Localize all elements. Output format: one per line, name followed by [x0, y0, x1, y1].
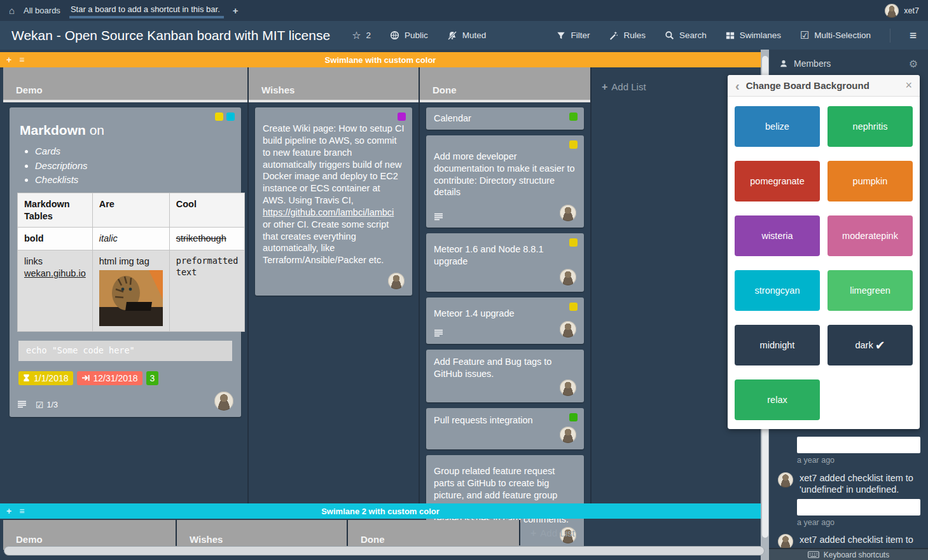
list-wishes-header[interactable]: Wishes: [249, 67, 419, 102]
card-create-wiki[interactable]: Create Wiki page: How to setup CI build …: [255, 107, 412, 296]
swatch-moderatepink[interactable]: moderatepink: [828, 215, 913, 256]
list-demo-header[interactable]: Demo: [3, 67, 247, 102]
label-chip-yellow[interactable]: [215, 113, 223, 121]
comment-input[interactable]: [797, 437, 920, 453]
label-chip-yellow[interactable]: [569, 140, 578, 149]
selected-check-icon: ✔: [875, 338, 885, 353]
card-markdown[interactable]: Markdown on Cards Descriptions Checklist…: [10, 107, 241, 417]
list-done-header[interactable]: Done: [420, 67, 590, 102]
swatch-wisteria[interactable]: wisteria: [735, 215, 820, 256]
card-footer: [434, 269, 576, 285]
swatch-belize[interactable]: belize: [735, 106, 820, 147]
start-date-badge[interactable]: 1/1/2018: [18, 371, 73, 385]
rules-button[interactable]: Rules: [609, 31, 646, 40]
card-pull-requests[interactable]: Pull requests integration: [426, 408, 584, 449]
label-chip-yellow[interactable]: [569, 303, 578, 311]
search-button[interactable]: Search: [665, 31, 707, 40]
keyboard-shortcuts-bar[interactable]: Keyboard shortcuts: [769, 548, 928, 560]
img-label: html img tag: [99, 256, 149, 266]
card-footer: [263, 273, 405, 289]
user-menu[interactable]: xet7: [885, 4, 919, 18]
list-done-2-header[interactable]: Done: [348, 520, 519, 550]
due-date-badge[interactable]: 12/31/2018: [77, 371, 142, 385]
member-avatar[interactable]: [560, 321, 576, 338]
home-icon[interactable]: ⌂: [9, 5, 15, 16]
visibility-label: Public: [405, 31, 428, 40]
label-chip-cyan[interactable]: [226, 113, 235, 121]
filter-button[interactable]: Filter: [557, 31, 590, 40]
swimlanes-grid-icon: [726, 31, 735, 40]
swimlane-2-title[interactable]: Swimlane 2 with custom color: [0, 507, 761, 516]
star-board-button[interactable]: ☆ 2: [352, 29, 371, 41]
visibility-button[interactable]: Public: [390, 31, 428, 40]
user-avatar[interactable]: [885, 4, 899, 18]
member-avatar[interactable]: [560, 205, 576, 221]
markdown-table: Markdown Tables Are Cool bold italic str…: [17, 193, 245, 332]
card-label-chips: [215, 113, 235, 121]
swatch-relax[interactable]: relax: [735, 379, 820, 420]
label-chip-green[interactable]: [569, 413, 578, 421]
list-wishes-body: Create Wiki page: How to setup CI build …: [249, 102, 419, 306]
swatch-midnight[interactable]: midnight: [735, 325, 820, 365]
swatch-dark[interactable]: dark✔: [828, 325, 913, 365]
card-meteor-16[interactable]: Meteor 1.6 and Node 8.8.1 upgrade: [426, 233, 584, 292]
member-avatar[interactable]: [388, 273, 405, 289]
label-chip-yellow[interactable]: [569, 238, 578, 247]
add-list-button-2[interactable]: +Add List: [520, 520, 761, 539]
list-done: Done Calendar Add more developer documen…: [420, 67, 592, 503]
swatch-limegreen[interactable]: limegreen: [828, 270, 913, 311]
checkbox-icon: ☑: [800, 29, 809, 41]
wekan-link[interactable]: wekan.gihub.io: [24, 268, 86, 278]
card-badges: 1/1/2018 12/31/2018 3: [18, 371, 232, 385]
back-chevron-icon[interactable]: ‹: [735, 79, 740, 92]
swatch-label: dark: [855, 340, 873, 350]
card-github-tags[interactable]: Add Feature and Bug tags to GitHub issue…: [426, 350, 584, 403]
list-wishes-2-header[interactable]: Wishes: [177, 520, 347, 550]
swimlane-1-title[interactable]: Swimlane with custom color: [0, 55, 761, 65]
label-chip-green[interactable]: [569, 113, 578, 121]
cat-photo: [99, 270, 163, 326]
swatch-strongcyan[interactable]: strongcyan: [735, 270, 820, 311]
label-chip-purple[interactable]: [398, 113, 406, 121]
card-developer-docs[interactable]: Add more developer documentation to make…: [426, 135, 584, 228]
member-avatar[interactable]: [560, 379, 576, 396]
lambci-link[interactable]: https://github.com/lambci/lambci: [263, 207, 394, 217]
swimlane-1-bar: + ≡ Swimlane with custom color: [0, 52, 761, 67]
swatch-label: relax: [767, 395, 787, 405]
board-menu-icon[interactable]: ≡: [910, 29, 917, 43]
swimlanes-button[interactable]: Swimlanes: [726, 31, 781, 40]
member-avatar[interactable]: [214, 392, 233, 411]
swatch-pomegranate[interactable]: pomegranate: [735, 161, 820, 201]
hourglass-icon: [23, 374, 30, 382]
count-badge: 3: [146, 371, 159, 385]
muted-button[interactable]: Muted: [447, 31, 487, 41]
activity-avatar[interactable]: [778, 534, 793, 549]
text-before-link: Create Wiki page: How to setup CI build …: [263, 123, 404, 205]
close-icon[interactable]: ×: [905, 79, 912, 92]
all-boards-link[interactable]: All boards: [24, 6, 60, 15]
swatch-nephritis[interactable]: nephritis: [828, 106, 913, 147]
activity-avatar[interactable]: [778, 472, 793, 488]
add-board-icon[interactable]: +: [233, 5, 239, 16]
color-swatches: belize nephritis pomegranate pumpkin wis…: [728, 97, 920, 430]
card-meteor-14[interactable]: Meteor 1.4 upgrade: [426, 297, 584, 344]
card-calendar[interactable]: Calendar: [426, 107, 584, 130]
card-footer: [434, 205, 576, 221]
search-label: Search: [679, 31, 707, 40]
swatch-pumpkin[interactable]: pumpkin: [828, 161, 913, 201]
username: xet7: [904, 6, 919, 15]
list-demo: Demo Markdown on Cards Descriptions Chec…: [3, 67, 249, 503]
horizontal-scrollbar[interactable]: [4, 546, 765, 556]
multi-selection-button[interactable]: ☑ Multi-Selection: [800, 29, 871, 41]
table-cell-links: links wekan.gihub.io: [18, 250, 93, 332]
card-title: Add more developer documentation to make…: [434, 151, 576, 198]
member-avatar[interactable]: [560, 427, 576, 443]
comment-input[interactable]: [797, 499, 920, 516]
search-icon: [665, 31, 674, 40]
list-demo-2-header[interactable]: Demo: [3, 520, 176, 550]
member-avatar[interactable]: [560, 269, 576, 285]
popup-header: ‹ Change Board Background ×: [728, 75, 920, 97]
board-actions: Filter Rules Search Swimlanes: [557, 29, 917, 43]
title-bold: Markdown: [20, 123, 86, 137]
gear-icon[interactable]: ⚙: [909, 58, 918, 70]
